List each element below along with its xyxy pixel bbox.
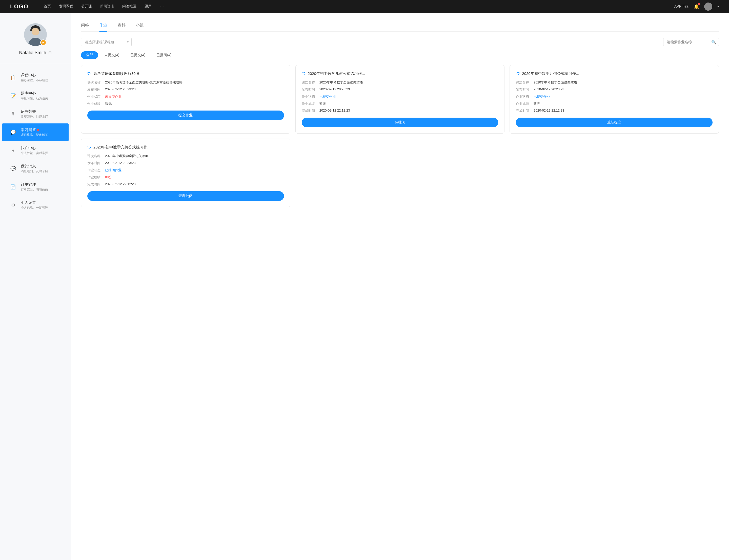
card-row-2: 作业状态已提交作业 xyxy=(302,94,499,99)
status-tab-all[interactable]: 全部 xyxy=(81,51,98,59)
main-content: 问答 作业 资料 小组 请选择课程/课程包 ▾ 🔍 全部 未提交(4) 已提交(… xyxy=(71,13,729,560)
tab-group[interactable]: 小组 xyxy=(136,21,144,31)
card-label-2: 作业状态 xyxy=(87,168,105,173)
tab-homework[interactable]: 作业 xyxy=(99,21,107,31)
sidebar-item-settings[interactable]: ⚙个人设置个人信息、一键管理 xyxy=(2,196,69,214)
sidebar-item-messages[interactable]: 💬我的消息消息通知、及时了解 xyxy=(2,160,69,178)
status-tabs: 全部 未提交(4) 已提交(4) 已批阅(4) xyxy=(81,51,719,59)
card-label-3: 作业成绩 xyxy=(516,101,534,106)
card-row-0: 课次名称2020年中考数学全面过关攻略 xyxy=(87,154,284,158)
tab-qa[interactable]: 问答 xyxy=(81,21,89,31)
homework-card-4: 🛡2020年初中数学几何公式练习作...课次名称2020年中考数学全面过关攻略发… xyxy=(81,139,290,207)
card-label-0: 课次名称 xyxy=(87,154,105,158)
sidebar-username: Natalie Smith ⊞ xyxy=(19,50,51,55)
card-row-2: 作业状态已提交作业 xyxy=(516,94,713,99)
card-row-1: 发布时间2020-02-12 20:23:23 xyxy=(87,161,284,165)
qr-icon[interactable]: ⊞ xyxy=(48,50,52,55)
card-value-4: 2020-02-12 22:12:23 xyxy=(319,109,499,112)
card-btn-1[interactable]: 提交作业 xyxy=(87,111,284,120)
nav-more-btn[interactable]: ··· xyxy=(160,4,165,9)
sidebar-item-certificates[interactable]: 🎖证书荣誉收获荣誉、持证上岗 xyxy=(2,105,69,123)
nav-bell[interactable]: 🔔 xyxy=(694,4,699,9)
sidebar-menu: 📋课程中心精彩课程、不容错过📝题库中心海量习题、助力通关🎖证书荣誉收获荣誉、持证… xyxy=(0,66,71,217)
sidebar-item-subtitle-orders: 订单支出、明明白白 xyxy=(21,187,61,192)
main-layout: ★ Natalie Smith ⊞ 📋课程中心精彩课程、不容错过📝题库中心海量习… xyxy=(0,13,729,560)
card-title-2: 🛡2020年初中数学几何公式练习作... xyxy=(302,71,499,76)
search-input[interactable] xyxy=(663,38,719,46)
shield-icon: 🛡 xyxy=(516,72,520,76)
nav-qa[interactable]: 问答社区 xyxy=(122,4,136,9)
sidebar-item-subtitle-settings: 个人信息、一键管理 xyxy=(21,206,61,210)
tab-materials[interactable]: 资料 xyxy=(117,21,125,31)
status-tab-submitted[interactable]: 已提交(4) xyxy=(125,51,150,59)
nav-avatar[interactable] xyxy=(704,3,712,11)
cards-grid: 🛡高考英语试卷阅读理解30张课次名称2020年高考英语全面过关攻略-第六期零基础… xyxy=(81,65,719,207)
sidebar-item-course-center[interactable]: 📋课程中心精彩课程、不容错过 xyxy=(2,69,69,87)
course-select-wrap: 请选择课程/课程包 ▾ xyxy=(81,38,132,46)
sidebar-badge: ★ xyxy=(40,39,46,46)
badge-icon: ★ xyxy=(42,41,45,44)
card-row-3: 作业成绩暂无 xyxy=(87,101,284,106)
card-btn-3[interactable]: 重新提交 xyxy=(516,118,713,127)
nav-news[interactable]: 新闻资讯 xyxy=(100,4,114,9)
top-nav: LOGO 首页 发现课程 公开课 新闻资讯 问答社区 题库 ··· APP下载 … xyxy=(0,0,729,13)
card-btn-4[interactable]: 查看批阅 xyxy=(87,191,284,201)
card-label-2: 作业状态 xyxy=(516,94,534,99)
card-row-1: 发布时间2020-02-12 20:23:23 xyxy=(302,87,499,92)
card-row-0: 课次名称2020年高考英语全面过关攻略-第六期零基础语法攻略 xyxy=(87,80,284,85)
sidebar-item-subtitle-question-bank: 海量习题、助力通关 xyxy=(21,96,61,101)
shield-icon: 🛡 xyxy=(302,72,306,76)
homework-card-3: 🛡2020年初中数学几何公式练习作...课次名称2020年中考数学全面过关攻略发… xyxy=(510,65,719,134)
status-tab-reviewed[interactable]: 已批阅(4) xyxy=(151,51,176,59)
sidebar-item-orders[interactable]: 📄订单管理订单支出、明明白白 xyxy=(2,178,69,196)
username-text: Natalie Smith xyxy=(19,50,46,55)
nav-dropdown-arrow[interactable]: ▾ xyxy=(717,5,719,8)
nav-open[interactable]: 公开课 xyxy=(81,4,92,9)
card-btn-2[interactable]: 待批阅 xyxy=(302,118,499,127)
sidebar-profile: ★ Natalie Smith ⊞ xyxy=(0,23,71,63)
card-title-3: 🛡2020年初中数学几何公式练习作... xyxy=(516,71,713,76)
sidebar-item-question-bank[interactable]: 📝题库中心海量习题、助力通关 xyxy=(2,87,69,105)
card-value-1: 2020-02-12 20:23:23 xyxy=(319,87,499,91)
sidebar-item-qa[interactable]: 💬学习问答课后重温、疑难解答 xyxy=(2,123,69,141)
sidebar-item-account[interactable]: ♦账户中心个人权益、实时掌握 xyxy=(2,142,69,159)
card-row-2: 作业状态已批阅作业 xyxy=(87,168,284,173)
course-select[interactable]: 请选择课程/课程包 xyxy=(81,38,132,46)
nav-discover[interactable]: 发现课程 xyxy=(59,4,73,9)
certificates-icon: 🎖 xyxy=(10,111,17,118)
notification-dot-qa xyxy=(37,129,39,131)
card-value-1: 2020-02-12 20:23:23 xyxy=(534,87,713,91)
sidebar-item-title-messages: 我的消息 xyxy=(21,164,61,169)
avatar-head xyxy=(32,28,39,35)
content-tabs: 问答 作业 资料 小组 xyxy=(81,21,719,32)
card-title-text-4: 2020年初中数学几何公式练习作... xyxy=(93,145,151,150)
settings-icon: ⚙ xyxy=(10,202,17,209)
sidebar-item-title-course-center: 课程中心 xyxy=(21,73,61,78)
nav-home[interactable]: 首页 xyxy=(44,4,51,9)
nav-bank[interactable]: 题库 xyxy=(144,4,152,9)
card-value-0: 2020年高考英语全面过关攻略-第六期零基础语法攻略 xyxy=(105,80,284,85)
card-label-4: 完成时间 xyxy=(516,109,534,113)
sidebar-item-title-orders: 订单管理 xyxy=(21,182,61,187)
card-label-0: 课次名称 xyxy=(87,80,105,85)
search-wrap: 🔍 xyxy=(663,38,719,46)
card-label-3: 作业成绩 xyxy=(87,101,105,106)
card-value-3: 暂无 xyxy=(319,101,499,106)
sidebar-item-title-certificates: 证书荣誉 xyxy=(21,109,61,114)
card-row-2: 作业状态未提交作业 xyxy=(87,94,284,99)
sidebar-item-title-settings: 个人设置 xyxy=(21,200,61,205)
account-icon: ♦ xyxy=(10,147,17,154)
nav-app-download[interactable]: APP下载 xyxy=(674,4,689,9)
card-value-1: 2020-02-12 20:23:23 xyxy=(105,161,284,165)
messages-icon: 💬 xyxy=(10,165,17,172)
search-icon[interactable]: 🔍 xyxy=(711,40,716,45)
sidebar-item-title-account: 账户中心 xyxy=(21,146,61,150)
status-tab-not-submitted[interactable]: 未提交(4) xyxy=(99,51,124,59)
card-label-1: 发布时间 xyxy=(87,161,105,165)
card-value-3: 暂无 xyxy=(105,101,284,106)
filter-row: 请选择课程/课程包 ▾ 🔍 xyxy=(81,38,719,46)
card-label-1: 发布时间 xyxy=(516,87,534,92)
card-row-1: 发布时间2020-02-12 20:23:23 xyxy=(87,87,284,92)
card-value-0: 2020年中考数学全面过关攻略 xyxy=(105,154,284,158)
card-row-0: 课次名称2020年中考数学全面过关攻略 xyxy=(516,80,713,85)
